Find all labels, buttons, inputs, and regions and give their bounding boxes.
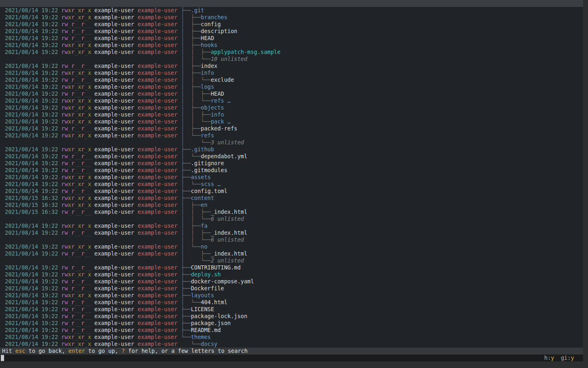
entry-name[interactable]: refs … <box>211 97 231 104</box>
tree-cell: │ │ ├──_index.html <box>181 229 583 236</box>
entry-name[interactable]: 404.html <box>201 299 227 305</box>
tree-row[interactable]: 2021/08/14 19:22rw_r__r__example-userexa… <box>0 264 583 271</box>
tree-row[interactable]: 2021/08/14 19:22rwxr_xr_xexample-userexa… <box>0 97 583 104</box>
tree-row[interactable]: 2021/08/14 19:22rwxr_xr_xexample-userexa… <box>0 7 583 14</box>
entry-name[interactable]: README.md <box>191 327 220 333</box>
tree-row[interactable]: │ │ └──6 unlisted <box>0 215 583 222</box>
entry-name[interactable]: en <box>201 202 207 208</box>
entry-name[interactable]: refs <box>201 132 214 139</box>
tree-row[interactable]: 2021/08/14 19:22rw_r__r__example-userexa… <box>0 306 583 313</box>
entry-name[interactable]: HEAD <box>201 35 214 41</box>
entry-name[interactable]: scss … <box>201 181 221 187</box>
tree-row[interactable]: │ └──3 unlisted <box>0 139 583 146</box>
entry-name[interactable]: dependabot.yml <box>201 153 247 159</box>
owner-user: example-user <box>94 209 138 215</box>
entry-name[interactable]: assets <box>191 174 211 180</box>
entry-name[interactable]: exclude <box>211 76 234 83</box>
entry-name[interactable]: fa <box>201 222 207 229</box>
owner-user: example-user <box>94 334 138 341</box>
entry-name[interactable]: HEAD <box>211 90 224 97</box>
entry-name[interactable]: info <box>211 111 224 118</box>
owner-group: example-user <box>138 320 181 327</box>
tree-row[interactable]: 2021/08/14 19:22rw_r__r__example-userexa… <box>0 320 583 327</box>
tree-row[interactable]: 2021/08/14 19:22rw_r__r__example-userexa… <box>0 35 583 42</box>
entry-name[interactable]: .gitignore <box>191 160 224 166</box>
tree-row[interactable]: 2021/08/14 19:22rw_r__r__example-userexa… <box>0 250 583 257</box>
tree-row[interactable]: 2021/08/14 19:22rwxr_xr_xexample-userexa… <box>0 42 583 49</box>
entry-name[interactable]: packed-refs <box>201 125 237 132</box>
tree-row[interactable]: 2021/08/14 19:22rwxr_xr_xexample-userexa… <box>0 70 583 76</box>
tree-row[interactable]: 2021/08/14 19:22rw_r__r__example-userexa… <box>0 28 583 35</box>
entry-name[interactable]: deploy.sh <box>191 271 220 278</box>
tree-row[interactable]: 2021/08/14 19:22rw_r__r__example-userexa… <box>0 63 583 70</box>
tree-row[interactable]: 2021/08/14 19:22rwxr_xr_xexample-userexa… <box>0 111 583 118</box>
search-input-line[interactable]: h:y gi:y <box>0 355 583 361</box>
entry-name[interactable]: CONTRIBUTING.md <box>191 264 241 271</box>
tree-row[interactable]: 2021/08/14 19:22rw_r__r__example-userexa… <box>0 188 583 195</box>
tree-row[interactable]: 2021/08/14 19:22rw_r__r__example-userexa… <box>0 229 583 236</box>
tree-row[interactable]: 2021/08/14 19:22rw_r__r__example-userexa… <box>0 285 583 292</box>
tree-row[interactable]: 2021/08/14 19:22rwxr_xr_xexample-userexa… <box>0 334 583 341</box>
tree-row[interactable]: 2021/08/14 19:22rwxr_xr_xexample-userexa… <box>0 271 583 278</box>
tree-row[interactable]: │ │ └──10 unlisted <box>0 56 583 63</box>
entry-name[interactable]: Dockerfile <box>191 285 224 292</box>
tree-row[interactable]: 2021/08/14 19:22rw_r__r__example-userexa… <box>0 313 583 320</box>
entry-name[interactable]: index <box>201 63 218 69</box>
entry-name[interactable]: objects <box>201 104 224 111</box>
tree-row[interactable]: 2021/08/14 19:22rw_r__r__example-userexa… <box>0 76 583 83</box>
tree-row[interactable]: 2021/08/14 19:22rw_r__r__example-userexa… <box>0 167 583 174</box>
tree-row[interactable]: 2021/08/14 19:22rwxr_xr_xexample-userexa… <box>0 174 583 181</box>
entry-name[interactable]: .github <box>191 146 214 153</box>
entry-name[interactable]: LICENSE <box>191 306 214 312</box>
tree-row[interactable]: 2021/08/14 19:22rw_r__r__example-userexa… <box>0 90 583 97</box>
entry-name[interactable]: applypatch-msg.sample <box>211 49 281 55</box>
tree-row[interactable]: 2021/08/15 16:32rwxr_xr_xexample-userexa… <box>0 195 583 202</box>
tree-row[interactable]: 2021/08/14 19:22rwxr_xr_xexample-userexa… <box>0 341 583 348</box>
tree-row[interactable]: 2021/08/14 19:22rwxr_xr_xexample-userexa… <box>0 104 583 111</box>
tree-row[interactable]: 2021/08/15 16:32rw_r__r__example-userexa… <box>0 209 583 215</box>
tree-row[interactable]: 2021/08/14 19:22rw_r__r__example-userexa… <box>0 327 583 334</box>
entry-name[interactable]: themes <box>191 334 211 340</box>
tree-row[interactable]: │ └──2 unlisted <box>0 257 583 264</box>
entry-name[interactable]: docsy <box>201 341 218 347</box>
tree-row[interactable]: 2021/08/14 19:22rwxr_xr_xexample-userexa… <box>0 83 583 90</box>
entry-name[interactable]: logs <box>201 83 214 90</box>
entry-name[interactable]: _index.html <box>211 209 247 215</box>
tree-row[interactable]: 2021/08/14 19:22rwxr_xr_xexample-userexa… <box>0 118 583 125</box>
tree-row[interactable]: 2021/08/14 19:22rwxr_xr_xexample-userexa… <box>0 146 583 153</box>
tree-row[interactable]: 2021/08/14 19:22rw_r__r__example-userexa… <box>0 153 583 160</box>
entry-name[interactable]: pack … <box>211 118 231 125</box>
entry-name[interactable]: content <box>191 195 214 201</box>
tree-row[interactable]: 2021/08/15 16:32rwxr_xr_xexample-userexa… <box>0 202 583 209</box>
tree-row[interactable]: 2021/08/14 19:22rwxr_xr_xexample-userexa… <box>0 222 583 229</box>
owner-group: example-user <box>138 250 181 257</box>
tree-row[interactable]: 2021/08/14 19:22rw_r__r__example-userexa… <box>0 21 583 28</box>
tree-row[interactable]: 2021/08/14 19:22rwxr_xr_xexample-userexa… <box>0 49 583 56</box>
entry-name[interactable]: config <box>201 21 221 27</box>
entry-name[interactable]: description <box>201 28 237 34</box>
tree-row[interactable]: 2021/08/14 19:22rwxr_xr_xexample-userexa… <box>0 243 583 250</box>
tree-row[interactable]: │ │ └──6 unlisted <box>0 236 583 243</box>
tree-row[interactable]: 2021/08/14 19:22rwxr_xr_xexample-userexa… <box>0 181 583 188</box>
entry-name[interactable]: config.toml <box>191 188 227 194</box>
entry-name[interactable]: package.json <box>191 320 231 326</box>
tree-row[interactable]: 2021/08/14 19:22rw_r__r__example-userexa… <box>0 160 583 167</box>
entry-name[interactable]: _index.html <box>211 250 247 257</box>
tree-row[interactable]: 2021/08/14 19:22rwxr_xr_xexample-userexa… <box>0 292 583 299</box>
tree-row[interactable]: 2021/08/14 19:22rw_r__r__example-userexa… <box>0 278 583 285</box>
tree-row[interactable]: 2021/08/14 19:22rwxr_xr_xexample-userexa… <box>0 132 583 139</box>
entry-name[interactable]: package-lock.json <box>191 313 247 319</box>
tree-row[interactable]: 2021/08/14 19:22rw_r__r__example-userexa… <box>0 299 583 306</box>
entry-name[interactable]: .gitmodules <box>191 167 227 173</box>
entry-name[interactable]: docker-compose.yaml <box>191 278 254 285</box>
tree-row[interactable]: 2021/08/14 19:22rw_r__r__example-userexa… <box>0 125 583 132</box>
tree-row[interactable]: 2021/08/14 19:22rwxr_xr_xexample-userexa… <box>0 14 583 21</box>
entry-name[interactable]: info <box>201 70 214 76</box>
permissions: rw_r__r__ <box>61 76 94 83</box>
entry-name[interactable]: _index.html <box>211 229 247 236</box>
entry-name[interactable]: .git <box>191 7 204 13</box>
entry-name[interactable]: layouts <box>191 292 214 298</box>
entry-name[interactable]: hooks <box>201 42 218 48</box>
entry-name[interactable]: no <box>201 243 207 250</box>
entry-name[interactable]: branches <box>201 14 227 20</box>
